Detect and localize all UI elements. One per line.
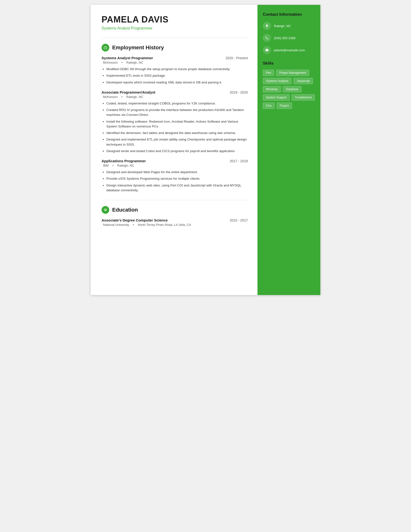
employment-header: Employment History: [102, 38, 248, 51]
job-2-title: Associate Programmer/Analyst: [102, 90, 155, 94]
resume-container: PAMELA DAVIS Systems Analyst Programmer …: [91, 5, 320, 295]
contact-phone-text: (540) 555-2399: [274, 36, 295, 40]
employment-icon: [102, 44, 109, 51]
edu-1-header: Associate's Degree Computer Science 2015…: [102, 218, 248, 222]
skill-foxpro: Foxpro: [277, 103, 292, 109]
bullet-item: Designed and developed Web Pages for the…: [106, 170, 248, 175]
job-3: Applications Programmer 2017 - 2019 IBM …: [102, 159, 248, 193]
header-section: PAMELA DAVIS Systems Analyst Programmer: [102, 15, 248, 30]
bullet-item: Coded, tested, implemented straight COBO…: [106, 101, 248, 106]
bullet-item: Designed wrote and tested Cobol and CICS…: [106, 149, 248, 153]
education-icon: [102, 206, 109, 214]
employment-section: Employment History Systems Analyst Progr…: [102, 38, 248, 193]
contact-location: Raleigh, NC: [263, 22, 315, 30]
job-1-dates: 2020 - Present: [225, 56, 248, 60]
bullet-item: Created RPG IV programs to provide the i…: [106, 108, 248, 117]
job-3-dates: 2017 - 2019: [230, 159, 248, 163]
skill-systems-analysis: Systems Analysis: [263, 78, 291, 84]
contact-section-title: Contact Information: [263, 12, 315, 17]
candidate-name: PAMELA DAVIS: [102, 15, 248, 25]
job-1-title: Systems Analyst Programmer: [102, 56, 153, 60]
skill-database: Database: [283, 86, 301, 92]
bullet-item: Designed and implemented ETL job restart…: [106, 137, 248, 147]
edu-1-dates: 2015 - 2017: [230, 218, 248, 222]
right-panel: Contact Information Raleigh, NC (540) 55…: [257, 5, 320, 295]
bullet-item: Implemented ETL tools in SSIS package.: [106, 73, 248, 78]
job-3-title: Applications Programmer: [102, 159, 146, 163]
contact-email: pdavis@example.com: [263, 46, 315, 54]
edu-1: Associate's Degree Computer Science 2015…: [102, 218, 248, 227]
job-1-company: McKesson • Raleigh, NC: [102, 61, 248, 64]
bullet-item: Identified the dimension, fact tables an…: [106, 131, 248, 135]
skill-perl: Perl: [263, 70, 274, 76]
skill-javascript: Javascript: [293, 78, 313, 84]
education-header: Education: [102, 200, 248, 214]
employment-title: Employment History: [112, 45, 164, 51]
candidate-title: Systems Analyst Programmer: [102, 26, 248, 30]
skill-project-management: Project Management: [276, 70, 309, 76]
phone-icon: [263, 34, 271, 42]
job-1-header: Systems Analyst Programmer 2020 - Presen…: [102, 56, 248, 60]
edu-1-school: National University • North Torrey Pines…: [102, 223, 248, 227]
skills-section-title: Skills: [263, 61, 315, 66]
job-1: Systems Analyst Programmer 2020 - Presen…: [102, 56, 248, 85]
left-panel: PAMELA DAVIS Systems Analyst Programmer …: [91, 5, 257, 295]
skill-windows: Windows: [263, 86, 281, 92]
job-3-header: Applications Programmer 2017 - 2019: [102, 159, 248, 163]
job-2-dates: 2019 - 2020: [230, 90, 248, 94]
job-2-bullets: Coded, tested, implemented straight COBO…: [102, 101, 248, 153]
contact-email-text: pdavis@example.com: [274, 48, 305, 52]
bullet-item: Developed reports which involved reading…: [106, 80, 248, 85]
job-3-company: IBM • Raleigh, NC: [102, 164, 248, 167]
bullet-item: Install the following software: Redwood …: [106, 119, 248, 129]
contact-phone: (540) 555-2399: [263, 34, 315, 42]
contact-location-text: Raleigh, NC: [274, 24, 291, 28]
bullet-item: Design interactive dynamic web sites, us…: [106, 183, 248, 193]
bullet-item: Provide z/OS Systems Programming service…: [106, 176, 248, 181]
job-2: Associate Programmer/Analyst 2019 - 2020…: [102, 90, 248, 153]
skill-troubleshoot: Troubleshoot: [291, 94, 315, 101]
skill-cics: Cics: [263, 103, 275, 109]
education-section: Education Associate's Degree Computer Sc…: [102, 200, 248, 227]
bullet-item: Modified ODBC.INI through the setup prog…: [106, 67, 248, 72]
job-2-header: Associate Programmer/Analyst 2019 - 2020: [102, 90, 248, 94]
education-title: Education: [112, 207, 138, 213]
job-2-company: McKesson • Raleigh, NC: [102, 95, 248, 99]
location-icon: [263, 22, 271, 30]
job-1-bullets: Modified ODBC.INI through the setup prog…: [102, 67, 248, 85]
skill-system-support: System Support: [263, 94, 290, 101]
skills-container: Perl Project Management Systems Analysis…: [263, 70, 315, 109]
edu-1-degree: Associate's Degree Computer Science: [102, 218, 168, 222]
job-3-bullets: Designed and developed Web Pages for the…: [102, 170, 248, 193]
email-icon: [263, 46, 271, 54]
